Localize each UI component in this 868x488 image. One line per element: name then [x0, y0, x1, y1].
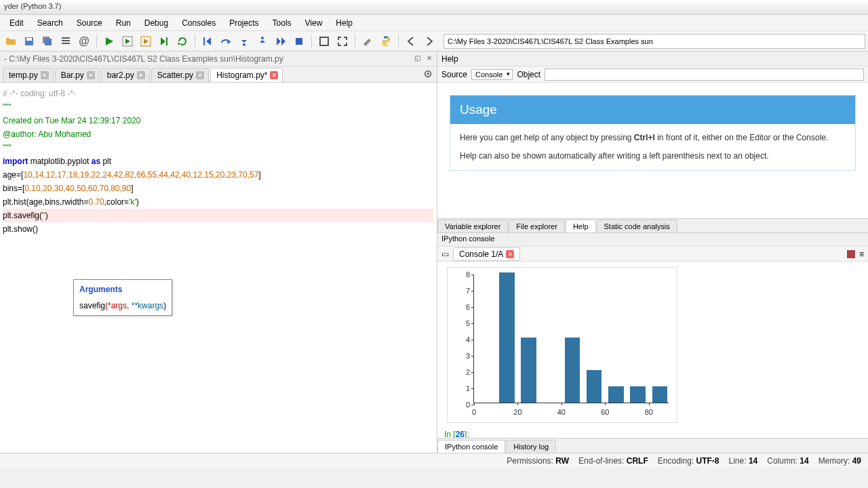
back-icon[interactable] [403, 33, 419, 49]
stop-console-icon[interactable] [847, 250, 855, 258]
svg-point-8 [243, 43, 245, 46]
step-into-icon[interactable] [236, 33, 252, 49]
right-pane-tabs: Variable explorer File explorer Help Sta… [437, 218, 868, 233]
object-label: Object [517, 70, 540, 79]
maximize-icon[interactable] [316, 33, 332, 49]
forward-icon[interactable] [421, 33, 437, 49]
menu-view[interactable]: View [298, 16, 330, 30]
menu-search[interactable]: Search [31, 16, 70, 30]
tab-variable-explorer[interactable]: Variable explorer [437, 220, 508, 232]
menu-tools[interactable]: Tools [266, 16, 298, 30]
list-icon[interactable] [58, 33, 74, 49]
console-tab[interactable]: Console 1/A× [453, 247, 520, 261]
stop-icon[interactable] [291, 33, 307, 49]
menu-debug[interactable]: Debug [138, 16, 175, 30]
svg-rect-10 [296, 38, 302, 45]
run-selection-icon[interactable] [156, 33, 172, 49]
object-input[interactable] [545, 68, 864, 81]
tab-bar[interactable]: Bar.py× [55, 68, 100, 82]
source-label: Source [441, 70, 467, 79]
console-menu-icon[interactable]: ▭ [441, 249, 449, 259]
histogram-chart: 012345678020406080 [447, 267, 677, 423]
at-icon[interactable]: @ [76, 33, 92, 49]
close-tab-icon[interactable]: × [87, 71, 95, 79]
step-out-icon[interactable] [254, 33, 271, 49]
rerun-icon[interactable] [174, 33, 191, 49]
calltip-tooltip: Arguments savefig(*args, **kwargs) [73, 279, 172, 316]
gear-icon[interactable] [423, 69, 433, 81]
menu-projects[interactable]: Projects [222, 16, 265, 30]
ipython-title: IPython console [437, 233, 868, 247]
menu-bar: Edit Search Source Run Debug Consoles Pr… [0, 15, 868, 31]
svg-rect-3 [45, 39, 52, 45]
close-tab-icon[interactable]: × [196, 71, 204, 79]
tab-history-log[interactable]: History log [506, 440, 556, 453]
code-editor[interactable]: # -*- coding: utf-8 -*- """ Created on T… [0, 83, 437, 453]
title-bar: yder (Python 3.7) [0, 0, 868, 15]
editor-breadcrumb: - C:\My Files 3-2020\CIS467L\CIS467L S2 … [0, 52, 437, 66]
help-controls: Source Console Object [437, 66, 868, 83]
menu-edit[interactable]: Edit [3, 16, 31, 30]
svg-rect-7 [203, 37, 205, 45]
menu-run[interactable]: Run [109, 16, 138, 30]
debug-first-icon[interactable] [199, 33, 216, 49]
usage-heading: Usage [450, 96, 855, 124]
save-all-icon[interactable] [39, 33, 56, 49]
svg-rect-1 [26, 38, 32, 41]
run-cell-advance-icon[interactable] [138, 33, 154, 49]
run-icon[interactable] [101, 33, 117, 49]
close-console-icon[interactable]: × [506, 250, 514, 258]
help-pane-title: Help [437, 52, 868, 66]
svg-point-9 [261, 37, 264, 39]
preferences-icon[interactable] [359, 33, 376, 49]
continue-icon[interactable] [273, 33, 289, 49]
working-dir-input[interactable]: C:\My Files 3-2020\CIS467L\CIS467L S2 Cl… [443, 34, 865, 49]
toolbar: @ C:\My Files 3-2020\CIS467L\CIS467L S2 … [0, 31, 868, 52]
tab-help[interactable]: Help [566, 220, 596, 232]
undock-icon[interactable]: ◱ [412, 53, 422, 62]
status-bar: Permissions: RW End-of-lines: CRLF Encod… [0, 453, 868, 468]
step-over-icon[interactable] [218, 33, 234, 49]
close-tab-icon[interactable]: × [270, 71, 278, 79]
tab-histogram[interactable]: Histogram.py*× [210, 68, 283, 82]
svg-point-13 [427, 73, 429, 75]
tab-static-analysis[interactable]: Static code analysis [597, 220, 677, 232]
bottom-tabs: IPython console History log [437, 438, 868, 453]
help-body: Usage Here you can get help of any objec… [437, 83, 868, 218]
editor-tabs: temp.py× Bar.py× bar2.py× Scatter.py× Hi… [0, 66, 437, 83]
run-cell-icon[interactable] [119, 33, 136, 49]
tab-scatter[interactable]: Scatter.py× [151, 68, 209, 82]
ipython-body[interactable]: 012345678020406080 In [26]: [437, 262, 868, 438]
tab-bar2[interactable]: bar2.py× [101, 68, 150, 82]
ipython-prompt: In [26]: [441, 428, 864, 438]
menu-source[interactable]: Source [70, 16, 109, 30]
tab-file-explorer[interactable]: File explorer [509, 220, 565, 232]
svg-rect-11 [320, 37, 328, 45]
fullscreen-icon[interactable] [334, 33, 351, 49]
menu-consoles[interactable]: Consoles [175, 16, 222, 30]
menu-help[interactable]: Help [329, 16, 359, 30]
close-tab-icon[interactable]: × [41, 71, 49, 79]
save-icon[interactable] [21, 33, 37, 49]
python-path-icon[interactable] [378, 33, 394, 49]
close-tab-icon[interactable]: × [137, 71, 145, 79]
options-icon[interactable]: ≡ [859, 249, 864, 259]
tab-ipython-console[interactable]: IPython console [437, 440, 505, 453]
open-icon[interactable] [3, 33, 19, 49]
svg-rect-6 [166, 37, 167, 45]
tab-temp[interactable]: temp.py× [3, 68, 54, 82]
source-select[interactable]: Console [471, 69, 513, 80]
close-icon[interactable]: ✕ [425, 53, 434, 62]
